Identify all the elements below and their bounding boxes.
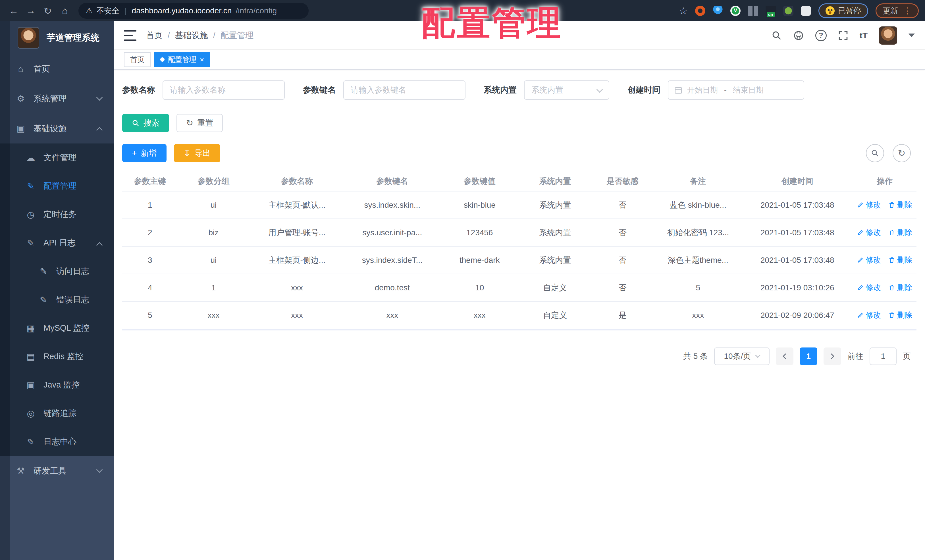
extension-puzzle-icon[interactable] [801, 6, 811, 16]
chevron-left-icon [783, 354, 788, 359]
sidebar-item-错误日志[interactable]: ✎错误日志 [0, 286, 114, 314]
next-page-button[interactable] [824, 348, 841, 365]
sidebar-item-配置管理[interactable]: ✎配置管理 [0, 172, 114, 200]
date-end-placeholder[interactable]: 结束日期 [733, 85, 764, 95]
tab-配置管理[interactable]: 配置管理× [154, 52, 210, 67]
forward-icon[interactable]: → [23, 3, 38, 18]
sidebar-item-链路追踪[interactable]: ◎链路追踪 [0, 399, 114, 428]
url-host: dashboard.yudao.iocoder.cn [132, 6, 232, 15]
font-size-icon[interactable]: tT [860, 31, 868, 40]
edit-link[interactable]: 修改 [857, 282, 881, 293]
extension-grid-icon[interactable] [748, 6, 758, 16]
edit-link[interactable]: 修改 [857, 310, 881, 320]
delete-link[interactable]: 删除 [888, 227, 912, 238]
table-cell: 否 [591, 274, 654, 301]
toggle-search-button[interactable] [866, 144, 884, 162]
edit-link[interactable]: 修改 [857, 200, 881, 210]
reset-button[interactable]: ↻ 重置 [176, 114, 223, 132]
search-button[interactable]: 搜索 [122, 114, 169, 132]
hamburger-icon[interactable] [124, 30, 136, 41]
kebab-menu-icon[interactable]: ⋮ [903, 6, 911, 15]
window-edge-strip [0, 21, 10, 560]
tools-icon: ⚒ [14, 466, 27, 476]
search-icon[interactable] [771, 30, 782, 41]
trash-icon [888, 257, 895, 263]
export-button[interactable]: ↧ 导出 [174, 144, 220, 162]
update-label: 更新 [883, 6, 898, 16]
config-table: 参数主键参数分组参数名称参数键名参数键值系统内置是否敏感备注创建时间操作 1ui… [122, 171, 916, 330]
redis-icon: ▤ [24, 351, 37, 362]
breadcrumb-item-首页[interactable]: 首页 [146, 30, 163, 41]
add-button[interactable]: + 新增 [122, 144, 167, 162]
tab-首页[interactable]: 首页 [124, 52, 151, 67]
edit-link[interactable]: 修改 [857, 227, 881, 238]
browser-update-button[interactable]: 更新 ⋮ [875, 3, 919, 18]
bookmark-star-icon[interactable]: ☆ [679, 5, 688, 17]
extension-orange-ring-icon[interactable] [695, 6, 705, 16]
breadcrumb: 首页/基础设施/配置管理 [146, 30, 253, 41]
chevron-up-icon [96, 127, 103, 134]
delete-link[interactable]: 删除 [888, 200, 912, 210]
refresh-table-button[interactable]: ↻ [893, 144, 911, 162]
action-label: 修改 [866, 282, 881, 293]
search-icon [871, 149, 879, 157]
paused-extension-button[interactable]: 已暂停 [818, 3, 868, 18]
address-bar[interactable]: ⚠ 不安全 | dashboard.yudao.iocoder.cn/infra… [78, 3, 309, 19]
table-cell: 否 [591, 246, 654, 274]
prev-page-button[interactable] [776, 348, 794, 365]
sidebar-item-API 日志[interactable]: ✎API 日志 [0, 229, 114, 257]
sidebar-item-日志中心[interactable]: ✎日志中心 [0, 428, 114, 456]
sidebar-item-访问日志[interactable]: ✎访问日志 [0, 257, 114, 286]
help-question-glyph: ? [815, 30, 827, 41]
sidebar-item-Redis 监控[interactable]: ▤Redis 监控 [0, 342, 114, 371]
user-avatar[interactable] [879, 26, 897, 45]
extension-cn-badge-icon[interactable]: cn [765, 6, 776, 16]
sidebar-item-系统管理[interactable]: ⚙系统管理 [0, 84, 114, 114]
param-key-label: 参数键名 [303, 84, 336, 96]
sidebar-item-首页[interactable]: ⌂首页 [0, 54, 114, 84]
sidebar-item-MySQL 监控[interactable]: ▦MySQL 监控 [0, 314, 114, 342]
param-name-input[interactable] [163, 80, 285, 100]
reload-icon[interactable]: ↻ [40, 3, 55, 18]
help-icon[interactable]: ? [815, 30, 827, 41]
table-cell-actions: 修改删除 [853, 246, 916, 274]
extension-leaf-icon[interactable] [783, 6, 794, 16]
current-page-button[interactable]: 1 [800, 348, 817, 365]
extension-green-v-icon[interactable]: V [730, 6, 741, 16]
chevron-down-icon [755, 352, 761, 358]
param-name-label: 参数名称 [122, 84, 155, 96]
table-cell: xxx [654, 301, 742, 329]
extension-blue-pin-icon[interactable] [713, 6, 723, 16]
close-tab-icon[interactable]: × [200, 56, 204, 63]
page-size-select[interactable]: 10条/页 [714, 348, 770, 365]
sidebar-item-Java 监控[interactable]: ▣Java 监控 [0, 371, 114, 399]
delete-link[interactable]: 删除 [888, 282, 912, 293]
builtin-type-select[interactable]: 系统内置 [524, 80, 609, 100]
delete-link[interactable]: 删除 [888, 310, 912, 320]
sidebar-logo-row[interactable]: 芋道管理系统 [0, 21, 114, 54]
breadcrumb-separator: / [213, 31, 215, 40]
fullscreen-icon[interactable] [838, 30, 848, 41]
sidebar-item-定时任务[interactable]: ◷定时任务 [0, 200, 114, 229]
date-range-picker[interactable]: 开始日期 - 结束日期 [668, 80, 804, 100]
goto-page-input[interactable] [869, 348, 896, 365]
date-start-placeholder[interactable]: 开始日期 [687, 85, 718, 95]
avatar-caret-down-icon[interactable] [908, 33, 915, 37]
param-key-input[interactable] [343, 80, 466, 100]
sidebar-item-基础设施[interactable]: ▣基础设施 [0, 114, 114, 143]
mysql-icon: ▦ [24, 323, 37, 334]
trash-icon [888, 284, 895, 291]
breadcrumb-item-基础设施[interactable]: 基础设施 [175, 30, 208, 41]
sidebar-item-文件管理[interactable]: ☁文件管理 [0, 143, 114, 172]
delete-link[interactable]: 删除 [888, 255, 912, 265]
table-cell: 自定义 [519, 274, 591, 301]
home-icon[interactable]: ⌂ [57, 3, 72, 18]
export-button-label: 导出 [195, 148, 211, 158]
edit-link[interactable]: 修改 [857, 255, 881, 265]
github-icon[interactable] [793, 30, 804, 41]
search-icon [132, 119, 140, 127]
sidebar-item-研发工具[interactable]: ⚒研发工具 [0, 456, 114, 486]
back-icon[interactable]: ← [6, 3, 21, 18]
table-cell: 是 [591, 301, 654, 329]
table-cell: sys.user.init-pa... [345, 219, 440, 246]
